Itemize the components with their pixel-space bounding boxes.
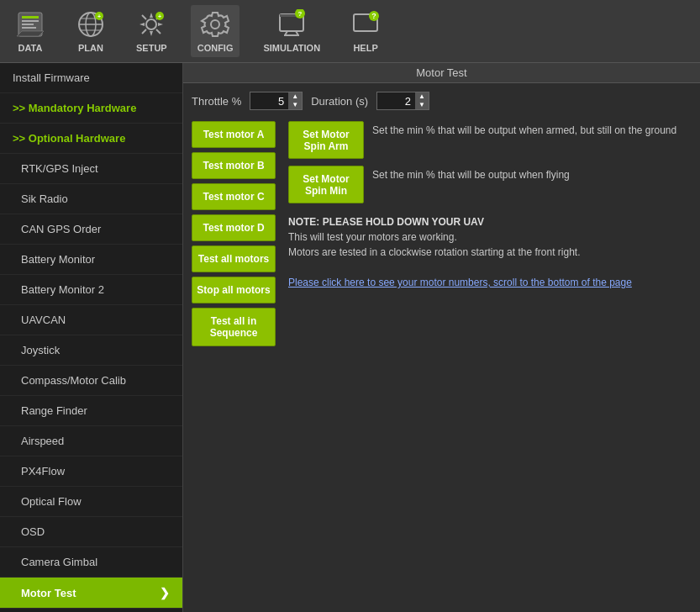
sidebar-item-install-firmware[interactable]: Install Firmware [0, 63, 182, 93]
sidebar-item-battery-monitor[interactable]: Battery Monitor [0, 245, 182, 275]
set-motor-spin-min-button[interactable]: Set Motor Spin Min [288, 166, 364, 203]
sidebar-item-battery-monitor-2[interactable]: Battery Monitor 2 [0, 275, 182, 305]
sidebar-item-osd[interactable]: OSD [0, 517, 182, 547]
sidebar-item-joystick[interactable]: Joystick [0, 335, 182, 366]
simulation-icon: ? [276, 9, 307, 40]
svg-rect-4 [22, 27, 36, 29]
main-layout: Install Firmware >> Mandatory Hardware >… [0, 63, 700, 612]
svg-text:?: ? [298, 10, 303, 18]
help-label: HELP [353, 43, 377, 53]
toolbar: DATA + PLAN [0, 0, 700, 63]
motor-test-panel: Throttle % ▲ ▼ Duration (s) ▲ ▼ [183, 83, 700, 355]
motor-buttons-column: Test motor A Test motor B Test motor C T… [192, 121, 276, 346]
data-label: DATA [18, 43, 43, 53]
duration-spinner-buttons: ▲ ▼ [415, 92, 429, 109]
motor-numbers-link[interactable]: Please click here to see your motor numb… [288, 277, 632, 288]
duration-up-btn[interactable]: ▲ [415, 92, 429, 101]
test-motor-c-button[interactable]: Test motor C [192, 183, 276, 210]
spin-min-description: Set the min % that will be output when f… [372, 166, 692, 182]
note-warning: NOTE: PLEASE HOLD DOWN YOUR UAV [288, 214, 692, 230]
config-icon [200, 9, 230, 40]
sidebar-item-can-gps[interactable]: CAN GPS Order [0, 214, 182, 245]
toolbar-simulation[interactable]: ? SIMULATION [256, 5, 327, 57]
svg-rect-3 [22, 24, 34, 25]
duration-spinner[interactable]: ▲ ▼ [376, 92, 429, 110]
test-motor-b-button[interactable]: Test motor B [192, 152, 276, 179]
throttle-row: Throttle % ▲ ▼ Duration (s) ▲ ▼ [192, 92, 692, 110]
sidebar-item-camera-gimbal[interactable]: Camera Gimbal [0, 547, 182, 578]
right-panel: Set Motor Spin Arm Set the min % that wi… [288, 121, 692, 346]
panel-titlebar: Motor Test [183, 63, 700, 83]
throttle-label: Throttle % [192, 95, 241, 108]
sidebar-item-airspeed[interactable]: Airspeed [0, 426, 182, 456]
sidebar-item-uavcan[interactable]: UAVCAN [0, 305, 182, 335]
duration-input[interactable] [377, 93, 415, 109]
plan-icon: + [76, 9, 106, 40]
data-icon [15, 9, 45, 40]
toolbar-config[interactable]: CONFIG [191, 5, 240, 57]
toolbar-data[interactable]: DATA [8, 5, 52, 57]
test-motor-a-button[interactable]: Test motor A [192, 121, 276, 148]
sidebar-item-px4flow[interactable]: PX4Flow [0, 456, 182, 487]
sidebar-item-rtk-gps[interactable]: RTK/GPS Inject [0, 154, 182, 184]
sidebar-motor-test-label: Motor Test [21, 587, 76, 599]
help-icon: ? [350, 9, 381, 40]
plan-label: PLAN [78, 43, 103, 53]
svg-text:?: ? [371, 12, 376, 20]
throttle-input[interactable] [250, 93, 288, 109]
svg-point-12 [146, 19, 156, 29]
content-area: Motor Test Throttle % ▲ ▼ Duration (s) [183, 63, 700, 612]
sidebar-item-optical-flow[interactable]: Optical Flow [0, 487, 182, 517]
throttle-up-btn[interactable]: ▲ [288, 92, 302, 101]
throttle-spinner[interactable]: ▲ ▼ [250, 92, 303, 110]
test-all-motors-button[interactable]: Test all motors [192, 245, 276, 272]
config-label: CONFIG [197, 43, 234, 53]
svg-rect-1 [22, 16, 39, 18]
throttle-down-btn[interactable]: ▼ [288, 101, 302, 109]
note-line1: This will test your motors are working. [288, 230, 692, 245]
sidebar-item-bluetooth[interactable]: Bluetooth Setup [0, 609, 182, 612]
test-all-sequence-button[interactable]: Test all in Sequence [192, 308, 276, 346]
toolbar-setup[interactable]: + SETUP [129, 5, 174, 57]
test-motor-d-button[interactable]: Test motor D [192, 214, 276, 241]
sidebar-item-mandatory-hardware[interactable]: >> Mandatory Hardware [0, 93, 182, 124]
toolbar-help[interactable]: ? HELP [344, 5, 387, 57]
svg-text:+: + [97, 13, 101, 19]
motor-panels: Test motor A Test motor B Test motor C T… [192, 121, 692, 346]
toolbar-plan[interactable]: + PLAN [69, 5, 113, 57]
sidebar-arrow-icon: ❯ [160, 586, 170, 599]
svg-rect-2 [22, 20, 39, 22]
spin-min-row: Set Motor Spin Min Set the min % that wi… [288, 166, 692, 203]
svg-point-15 [211, 20, 219, 29]
stop-all-motors-button[interactable]: Stop all motors [192, 277, 276, 303]
notes-section: NOTE: PLEASE HOLD DOWN YOUR UAV This wil… [288, 214, 692, 290]
setup-label: SETUP [136, 43, 167, 53]
simulation-label: SIMULATION [263, 43, 320, 53]
sidebar-item-range-finder[interactable]: Range Finder [0, 396, 182, 426]
throttle-spinner-buttons: ▲ ▼ [288, 92, 302, 109]
duration-label: Duration (s) [311, 95, 368, 108]
spin-arm-row: Set Motor Spin Arm Set the min % that wi… [288, 121, 692, 159]
svg-text:+: + [158, 13, 161, 19]
sidebar-item-motor-test[interactable]: Motor Test ❯ [0, 578, 182, 609]
sidebar-item-compass[interactable]: Compass/Motor Calib [0, 366, 182, 396]
spin-arm-description: Set the min % that will be output when a… [372, 121, 692, 138]
sidebar-item-optional-hardware[interactable]: >> Optional Hardware [0, 124, 182, 154]
setup-icon: + [136, 9, 166, 40]
sidebar-item-sik-radio[interactable]: Sik Radio [0, 184, 182, 214]
note-line2: Motors are tested in a clockwise rotatio… [288, 245, 692, 260]
panel-title: Motor Test [416, 66, 466, 79]
sidebar: Install Firmware >> Mandatory Hardware >… [0, 63, 183, 612]
set-motor-spin-arm-button[interactable]: Set Motor Spin Arm [288, 121, 364, 159]
note-warning-text: NOTE: PLEASE HOLD DOWN YOUR UAV [288, 216, 484, 228]
duration-down-btn[interactable]: ▼ [415, 101, 429, 109]
